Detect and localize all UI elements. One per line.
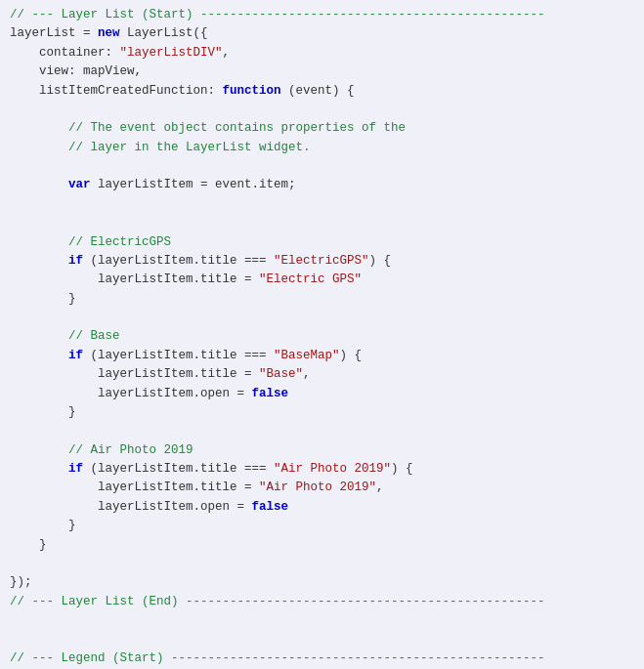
code-line [0,195,644,214]
code-line [0,630,644,648]
code-line [0,157,644,176]
code-line [0,422,644,440]
code-line: container: "layerListDIV", [0,44,644,63]
code-line: } [0,403,644,422]
code-line: listItemCreatedFunction: function (event… [0,82,644,101]
code-line: if (layerListItem.title === "Air Photo 2… [0,460,644,479]
code-line: // Base [0,327,644,346]
code-line: layerListItem.open = false [0,498,644,517]
code-line: // --- Layer List (Start) --------------… [0,6,644,24]
code-line [0,309,644,327]
code-line: }); [0,573,644,592]
code-line: } [0,536,644,555]
code-line: view: mapView, [0,63,644,81]
code-line: layerListItem.title = "Air Photo 2019", [0,479,644,497]
code-line [0,611,644,630]
code-line: } [0,517,644,535]
code-line [0,555,644,573]
code-line: var layerListItem = event.item; [0,176,644,194]
code-line: // Air Photo 2019 [0,441,644,460]
code-editor[interactable]: // --- Layer List (Start) --------------… [0,0,644,669]
code-line: } [0,290,644,309]
code-line: layerListItem.title = "Base", [0,365,644,384]
code-line: if (layerListItem.title === "BaseMap") { [0,347,644,365]
code-line: if (layerListItem.title === "ElectricGPS… [0,252,644,271]
code-line: // --- Legend (Start) ------------------… [0,649,644,668]
code-line: // The event object contains properties … [0,119,644,138]
code-line: layerList = new LayerList({ [0,24,644,43]
code-line [0,214,644,232]
code-line: layerListItem.title = "Electric GPS" [0,271,644,289]
code-line: layerListItem.open = false [0,385,644,403]
code-line: // ElectricGPS [0,233,644,252]
code-line: // layer in the LayerList widget. [0,139,644,157]
code-line: // --- Layer List (End) ----------------… [0,593,644,611]
code-line [0,101,644,119]
